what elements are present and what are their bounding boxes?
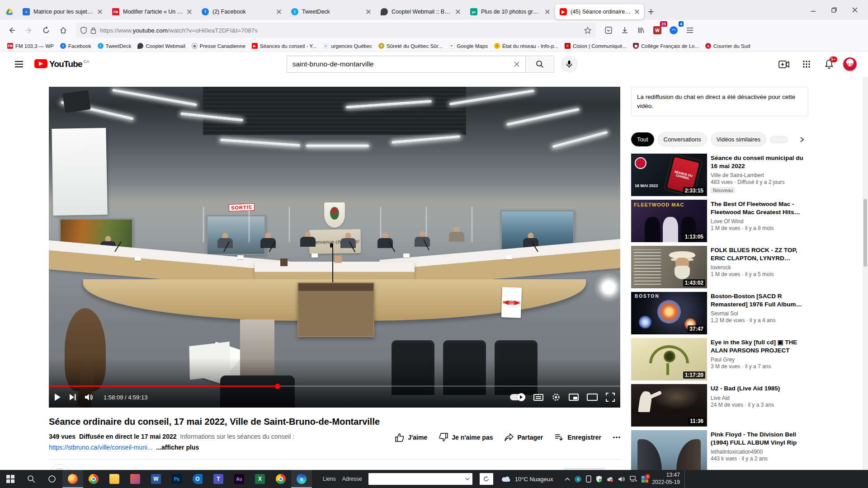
tray-network-icon[interactable] [630,476,637,482]
tab-close-icon[interactable] [277,9,281,14]
excel-icon[interactable]: X [250,470,270,488]
home-button[interactable] [56,23,71,38]
tab-cooptel-webmail[interactable]: Cooptel Webmail :: Boîte de réc… [376,4,465,19]
window-close-button[interactable] [844,2,865,18]
tray-edge-icon[interactable]: e [575,476,581,483]
tray-sync-error-icon[interactable] [607,476,613,482]
weather-widget[interactable]: 10°C Nuageux [501,476,553,483]
taskbar-clock[interactable]: 13:47 2022-05-19 [652,472,679,486]
taskbar-chrome2-icon[interactable] [270,470,291,488]
tray-app-badge-icon[interactable]: 1 [642,476,648,483]
chip-videos-similaires[interactable]: Vidéos similaires [711,132,766,146]
tray-volume-icon[interactable] [618,476,625,482]
window-restore-button[interactable] [824,2,844,18]
related-video[interactable]: FLEETWOOD MAC 1:13:05 The Best Of Fleetw… [631,200,808,242]
chip-tout[interactable]: Tout [631,132,654,146]
video-thumbnail[interactable]: 1:43:02 [631,246,707,288]
show-more-link[interactable]: ...afficher plus [156,444,199,451]
tab-close-icon[interactable] [545,9,550,14]
youtube-apps-icon[interactable] [797,55,816,73]
autoplay-toggle[interactable] [510,394,525,400]
video-player[interactable]: SORTIE Bienvenue chez vous! [49,87,620,408]
bookmark-seances-conseil[interactable]: ▶Séances du conseil - Y... [249,42,320,50]
volume-button[interactable] [85,394,94,401]
tab-close-icon[interactable] [187,9,192,14]
settings-gear-icon[interactable] [552,393,561,402]
bookmark-courrier-du-sud[interactable]: ●Courrier du Sud [703,42,753,50]
account-extension-icon[interactable]: ◠ 4 [666,23,681,38]
address-go-button[interactable] [480,473,493,485]
share-button[interactable]: Partager [505,433,543,441]
taskbar-edge-icon[interactable]: e [291,470,312,488]
account-avatar[interactable]: FM 103 [843,57,857,71]
save-button[interactable]: Enregistrer [555,434,601,441]
description-link[interactable]: https://stbruno.ca/ville/conseil-muni... [49,444,153,451]
tab-close-icon[interactable] [366,9,371,14]
related-video[interactable]: BOSTON 37:47 Boston-Boston [SACD R Remas… [631,292,808,334]
related-video[interactable]: SÉANCE DU CONSEIL 16 MAI 2022 2:33:15 Sé… [631,154,808,196]
scrollbar-thumb[interactable] [863,199,867,267]
video-thumbnail[interactable]: 11:36 [631,384,707,427]
word-icon[interactable]: W [146,470,166,488]
voice-search-button[interactable] [561,56,578,73]
show-desktop-button[interactable] [684,470,687,488]
search-input[interactable] [292,60,514,68]
tab-close-icon[interactable] [635,9,639,14]
chip-conversations[interactable]: Conversations [658,132,707,146]
theater-mode-icon[interactable] [587,394,598,401]
reload-button[interactable] [39,23,53,38]
more-actions-button[interactable] [613,436,620,438]
teams-icon[interactable]: T [208,470,229,488]
bookmark-urgences-quebec[interactable]: ⌕urgences Québec [320,42,375,50]
bookmark-google-maps[interactable]: ▼Google Maps [446,42,491,50]
tab-tweetdeck[interactable]: t TweetDeck [287,4,375,19]
related-video[interactable]: 11:36 U2 - Bad (Live Aid 1985) Live Aid … [631,384,808,427]
tray-defender-icon[interactable] [596,475,602,483]
progress-bar[interactable] [49,385,620,387]
tab-modifier-article[interactable]: FM Modifier l'article « Un nouveau… [108,4,196,19]
forward-button[interactable] [22,23,36,38]
outlook-icon[interactable]: O [187,470,208,488]
video-thumbnail[interactable] [631,430,707,473]
bookmark-etat-reseau[interactable]: !État du réseau - Info-p... [491,42,561,50]
pinned-tab-google-drive[interactable] [3,4,16,19]
bookmark-presse-canadienne[interactable]: ◍Presse Canadienne [189,42,248,50]
tab-close-icon[interactable] [456,9,460,14]
search-box[interactable] [287,56,525,73]
play-button[interactable] [54,393,61,401]
photos-app-icon[interactable] [125,470,146,488]
start-button[interactable] [0,470,21,488]
miniplayer-icon[interactable] [569,394,579,401]
file-explorer-icon[interactable] [104,470,125,488]
guide-menu-icon[interactable] [10,55,28,73]
related-video[interactable]: 1:17:20 Eye in the Sky [full cd] ▣ THE A… [631,338,808,380]
tracking-shield-icon[interactable] [80,27,87,34]
bookmark-college-francais[interactable]: ▣Collège Français de Lo... [630,42,702,50]
app-menu-icon[interactable] [683,23,697,38]
library-icon[interactable] [634,23,648,38]
back-button[interactable] [5,23,19,38]
youtube-logo[interactable]: YouTube CA [34,59,89,69]
chevron-down-icon[interactable] [465,478,470,480]
cortana-icon[interactable] [42,470,62,488]
dislike-button[interactable]: Je n'aime pas [439,433,493,442]
chip-partial[interactable] [770,136,788,143]
notifications-bell-icon[interactable]: 9+ [820,55,838,73]
bookmark-star-icon[interactable] [584,27,591,34]
next-button[interactable] [69,394,76,401]
tab-matrice-docx[interactable]: ≡ Matrice pour les sujets 19.docx [18,4,107,19]
create-video-icon[interactable] [775,55,793,73]
video-thumbnail[interactable]: BOSTON 37:47 [631,292,707,334]
tray-chevron-up-icon[interactable] [565,477,570,481]
new-tab-button[interactable] [645,5,657,18]
tab-pexels-photos[interactable]: px Plus de 10 photos gratuites de… [466,4,554,19]
window-minimize-button[interactable] [803,2,824,18]
bookmark-surete-quebec[interactable]: ✦Sûreté du Québec Sûr... [376,42,445,50]
related-video[interactable]: Pink Floyd - The Division Bell (1994) FU… [631,430,808,473]
taskbar-chrome-icon[interactable] [83,470,104,488]
address-toolbar-input[interactable] [368,473,472,485]
audition-icon[interactable]: Au [229,470,250,488]
bookmark-facebook[interactable]: fFacebook [57,42,94,50]
video-thumbnail[interactable]: 1:17:20 [631,338,707,380]
wordpress-extension-icon[interactable]: W 23 [650,23,665,38]
